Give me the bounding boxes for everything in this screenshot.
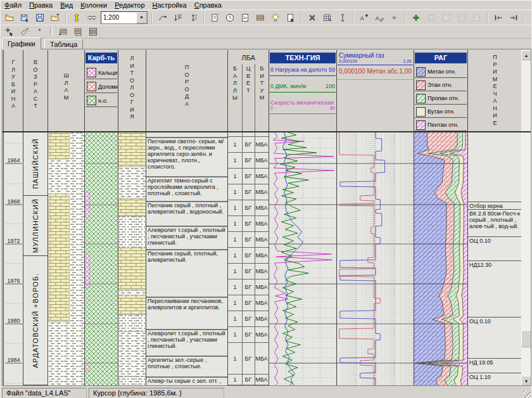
rightbar-icon: [509, 13, 518, 22]
technology-column-title-bar[interactable]: ТЕХН-ГИЯ: [270, 53, 336, 63]
colApen-icon: A: [375, 13, 384, 22]
svg-text:2п: 2п: [243, 16, 247, 20]
scroll-up-button[interactable]: ▲: [521, 50, 531, 60]
save-as-button[interactable]: [17, 11, 32, 25]
depth-ruler-button[interactable]: [170, 11, 186, 25]
lba-bitumen: МБА: [255, 169, 269, 184]
scale-select[interactable]: 1:200▼: [101, 11, 148, 24]
flash-icon: [20, 27, 29, 36]
tabled-icon: [323, 13, 332, 22]
open-button[interactable]: [2, 11, 17, 25]
floppy2-icon: [20, 13, 29, 22]
depth-marker-button[interactable]: [186, 11, 201, 25]
note-separator: [468, 236, 522, 237]
note-text: ОЦ 1.10: [469, 374, 521, 380]
shift-right-button[interactable]: [506, 11, 521, 25]
gas-ratio-column-track[interactable]: [414, 132, 467, 385]
menu-item-4[interactable]: Колонки: [77, 1, 111, 10]
lithology-wall-button[interactable]: [253, 11, 268, 25]
tab-charts[interactable]: Графики: [2, 37, 41, 49]
rag-legend-label: Пропан отн.: [428, 95, 459, 101]
fit-horizontal-button[interactable]: [84, 11, 99, 25]
add-interval-button[interactable]: [408, 11, 424, 25]
calc-button[interactable]: 2п: [238, 11, 253, 25]
lba-row: 1БГМБА: [228, 137, 269, 153]
menu-item-2[interactable]: Правка: [25, 1, 56, 10]
menu-item-6[interactable]: Настройка: [149, 1, 191, 10]
depth-column-header: Г Л У Б И Н А: [3, 50, 23, 132]
document-button[interactable]: [207, 11, 222, 25]
vertical-scrollbar[interactable]: ▲▼: [521, 50, 531, 386]
toolbar-group: [490, 10, 522, 25]
lba-row: 1БГМБА: [228, 295, 269, 311]
curve-button[interactable]: [155, 11, 170, 25]
select-doc-button[interactable]: [283, 11, 298, 25]
lba-color: БГ: [242, 232, 255, 247]
ruler1-icon: [174, 13, 182, 22]
doc2-icon: 2п: [241, 13, 250, 22]
flashlight-button[interactable]: [17, 25, 32, 39]
tab-table[interactable]: Таблица: [44, 39, 83, 49]
fit-vertical-button[interactable]: [69, 11, 84, 25]
menu-item-7[interactable]: Справка: [191, 1, 225, 10]
grayhatch-icon: [442, 13, 451, 22]
edit-column-button[interactable]: A: [372, 11, 387, 25]
lba-color: БГ: [242, 153, 255, 168]
more-columns-button[interactable]: »: [387, 11, 402, 25]
scroll-down-button[interactable]: ▼: [521, 376, 531, 386]
add-point-button[interactable]: [2, 25, 17, 39]
magenta-hatch-swatch-icon: [416, 120, 426, 130]
age-zone-1: ПАШИЙСКИЙ: [23, 132, 48, 196]
resize-grip[interactable]: [523, 390, 531, 398]
lba-color: БГ: [242, 279, 255, 295]
menu-item-5[interactable]: Редактор: [111, 1, 148, 10]
lamp-button[interactable]: [268, 11, 283, 25]
collapse-left-button[interactable]: [528, 11, 532, 25]
age-column-track: ПАШИЙСКИЙМУЛЛИНСКИЙАРДАТОВСКИЙ +ВОРОБ.: [23, 132, 48, 385]
lba-row: 1БГМБА: [228, 216, 269, 232]
wall-insert-left-button[interactable]: [55, 25, 70, 39]
cursor-button[interactable]: [335, 11, 350, 25]
status-cursor: Курсор {глубина: 1985,6м. }: [89, 388, 224, 398]
sludge-column-track: [48, 132, 84, 385]
menu-item-1[interactable]: Файл: [1, 1, 25, 10]
clock-icon: [225, 13, 234, 22]
note-text: ВК 2.8 80см-Песч-к серый , плотный , але…: [469, 210, 521, 229]
save-button[interactable]: [32, 11, 48, 25]
lba-score: 1: [228, 169, 242, 184]
lba-sub-title-3: Б И Т У М: [255, 65, 269, 102]
menu-item-3[interactable]: Вид: [56, 1, 77, 10]
lba-color: БГ: [242, 184, 255, 200]
scale-minmax: 080: [270, 106, 335, 111]
note-separator: [468, 209, 522, 210]
wall-insert-mid-button[interactable]: [70, 25, 86, 39]
wall-icon: [256, 13, 265, 22]
rag-legend-label: Метан отн.: [428, 68, 456, 75]
add-column-button[interactable]: A: [357, 11, 372, 25]
svg-text:A: A: [376, 15, 380, 22]
lba-bitumen: МБА: [255, 216, 269, 231]
lba-bitumen: МБА: [255, 327, 269, 342]
wall-frame-button[interactable]: [86, 25, 101, 39]
doc-icon: [210, 13, 219, 22]
delete-button[interactable]: [305, 11, 320, 25]
lba-color: БГ: [242, 248, 255, 263]
green-cross-swatch-icon: [87, 96, 96, 105]
rock-entry-text: Аргилиты зел.-серые , плотные , слоистые…: [148, 357, 227, 369]
import-button[interactable]: [48, 11, 63, 25]
toolbar-group: AA»: [355, 10, 403, 25]
lba-column-track: 1БГМБА1БГМБА1БГМБА1БГМБА1БГМБА1БГМБА1БГМ…: [227, 132, 269, 385]
scrollbar-thumb[interactable]: [521, 330, 531, 347]
rag-column-title-bar[interactable]: РАГ: [415, 53, 467, 63]
time-button[interactable]: [222, 11, 238, 25]
dropdown-arrow-icon[interactable]: ▼: [136, 12, 147, 23]
shift-left-button[interactable]: [491, 11, 506, 25]
carbonate-column-title-bar[interactable]: Карб-ть: [86, 53, 117, 63]
technology-column-track[interactable]: [269, 132, 336, 385]
table-edit-button[interactable]: [320, 11, 335, 25]
graygrid-icon: [457, 13, 466, 22]
lba-score: 1: [228, 327, 242, 342]
asterisk-button[interactable]: *: [32, 25, 48, 39]
total-gas-column-track[interactable]: [336, 132, 414, 385]
ruler2-icon: [189, 13, 198, 22]
